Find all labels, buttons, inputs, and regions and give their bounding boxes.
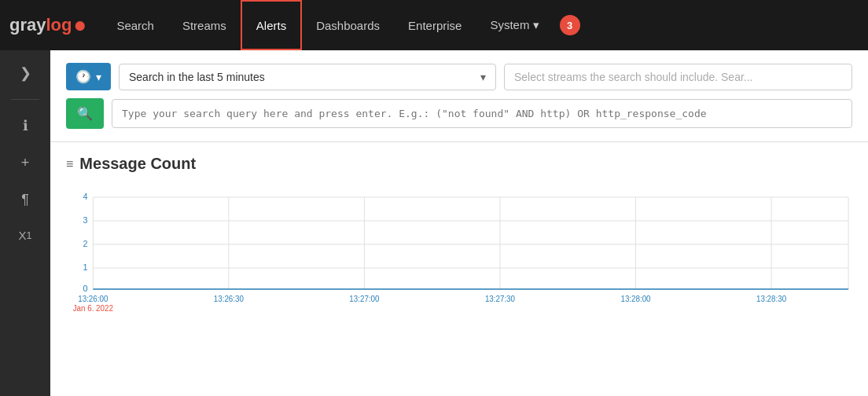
chart-title-text: Message Count (79, 155, 196, 173)
logo-dot: ● (73, 13, 86, 38)
chart-menu-icon[interactable]: ≡ (66, 157, 73, 171)
time-range-label: Search in the last 5 minutes (129, 71, 265, 83)
search-row-2: 🔍 (66, 98, 852, 129)
logo-log-text: log (46, 15, 72, 35)
search-area: 🕐 ▾ Search in the last 5 minutes ▾ Selec… (50, 50, 868, 142)
time-picker-button[interactable]: 🕐 ▾ (66, 63, 111, 90)
nav-enterprise[interactable]: Enterprise (394, 0, 476, 50)
search-icon: 🔍 (77, 106, 93, 121)
svg-text:13:27:00: 13:27:00 (349, 295, 380, 303)
message-count-chart: 4 3 2 1 0 (66, 185, 852, 311)
svg-text:1: 1 (83, 262, 87, 272)
sidebar-divider-1 (11, 99, 39, 100)
nav-dashboards[interactable]: Dashboards (302, 0, 394, 50)
nav-streams[interactable]: Streams (168, 0, 241, 50)
nav-alerts[interactable]: Alerts (241, 0, 302, 50)
clock-icon: 🕐 (75, 69, 91, 84)
svg-text:3: 3 (83, 215, 87, 225)
svg-text:13:26:00: 13:26:00 (78, 295, 108, 303)
svg-text:13:28:30: 13:28:30 (756, 295, 787, 303)
time-range-dropdown[interactable]: Search in the last 5 minutes ▾ (119, 64, 496, 90)
sidebar-paragraph-icon[interactable]: ¶ (15, 185, 35, 214)
chart-title-row: ≡ Message Count (66, 155, 852, 173)
main-layout: ❯ ℹ + ¶ X1 🕐 ▾ Search in the last 5 minu… (0, 50, 868, 396)
svg-text:2: 2 (83, 239, 87, 248)
search-row-1: 🕐 ▾ Search in the last 5 minutes ▾ Selec… (66, 63, 852, 90)
svg-text:0: 0 (83, 284, 87, 293)
sidebar-subscript-icon[interactable]: X1 (13, 222, 39, 248)
svg-text:13:26:30: 13:26:30 (214, 295, 245, 303)
time-icon-arrow: ▾ (96, 71, 101, 83)
svg-text:4: 4 (83, 192, 87, 201)
sidebar-add-icon[interactable]: + (15, 148, 36, 178)
time-range-arrow-icon: ▾ (480, 71, 486, 83)
svg-text:13:27:30: 13:27:30 (485, 295, 516, 303)
sidebar: ❯ ℹ + ¶ X1 (0, 50, 50, 396)
nav-notifications-badge[interactable]: 3 (560, 15, 580, 35)
search-button[interactable]: 🔍 (66, 98, 104, 129)
svg-text:Jan 6, 2022: Jan 6, 2022 (73, 304, 113, 311)
chart-area: ≡ Message Count 4 3 2 1 0 (50, 142, 868, 327)
search-input[interactable] (112, 99, 852, 128)
sidebar-collapse-button[interactable]: ❯ (13, 58, 38, 88)
logo-gray-text: gray (9, 15, 46, 35)
logo: graylog● (9, 13, 86, 38)
svg-text:13:28:00: 13:28:00 (620, 295, 651, 303)
sidebar-info-icon[interactable]: ℹ (17, 111, 35, 141)
main-content: 🕐 ▾ Search in the last 5 minutes ▾ Selec… (50, 50, 868, 396)
chart-container: 4 3 2 1 0 (66, 185, 852, 314)
nav-search[interactable]: Search (102, 0, 168, 50)
top-nav: graylog● Search Streams Alerts Dashboard… (0, 0, 868, 50)
streams-select[interactable]: Select streams the search should include… (504, 64, 852, 90)
nav-system[interactable]: System ▾ (476, 0, 553, 50)
